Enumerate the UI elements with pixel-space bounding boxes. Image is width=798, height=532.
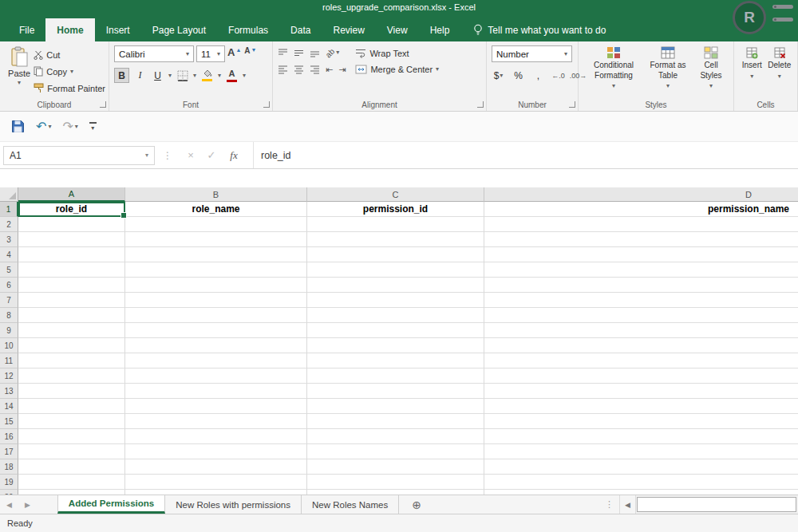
row-header-17[interactable]: 17 [0, 444, 18, 459]
dialog-launcher-icon[interactable] [477, 101, 484, 108]
conditional-formatting-button[interactable]: Conditional Formatting ▾ [584, 45, 643, 89]
cell-A9[interactable] [18, 323, 125, 338]
cell-C4[interactable] [307, 247, 484, 262]
formula-bar-handle-icon[interactable]: ⋮ [155, 150, 180, 161]
row-header-2[interactable]: 2 [0, 217, 18, 232]
cell-C20[interactable] [307, 490, 484, 495]
cell-C12[interactable] [307, 368, 484, 384]
comma-style-button[interactable]: , [531, 68, 545, 83]
cell-D11[interactable] [484, 353, 798, 368]
cell-A5[interactable] [18, 262, 125, 278]
recorder-logo-icon[interactable]: R [733, 1, 766, 34]
cell-D1[interactable]: permission_name [484, 202, 798, 217]
row-header-15[interactable]: 15 [0, 414, 18, 429]
cell-C1[interactable]: permission_id [307, 202, 484, 217]
cell-C13[interactable] [307, 384, 484, 399]
cell-B14[interactable] [125, 399, 307, 414]
cell-A19[interactable] [18, 475, 125, 490]
tab-insert[interactable]: Insert [95, 18, 141, 41]
tab-home[interactable]: Home [45, 18, 94, 41]
cell-B2[interactable] [125, 217, 307, 232]
cell-B20[interactable] [125, 490, 307, 495]
tab-view[interactable]: View [376, 18, 419, 41]
row-header-10[interactable]: 10 [0, 338, 18, 353]
cell-B12[interactable] [125, 368, 307, 384]
hscroll-left-icon[interactable]: ◀ [619, 495, 635, 514]
row-header-19[interactable]: 19 [0, 475, 18, 490]
number-format-select[interactable]: Number ▾ [492, 45, 572, 62]
cell-D19[interactable] [484, 475, 798, 490]
align-center-button[interactable] [294, 65, 304, 75]
dialog-launcher-icon[interactable] [263, 101, 270, 108]
cell-A7[interactable] [18, 293, 125, 308]
name-box[interactable]: A1 ▾ [3, 146, 155, 165]
dialog-launcher-icon[interactable] [100, 101, 106, 108]
row-header-7[interactable]: 7 [0, 293, 18, 308]
cell-D4[interactable] [484, 247, 798, 262]
bold-button[interactable]: B [114, 68, 129, 83]
column-header-B[interactable]: B [125, 187, 307, 202]
cell-B11[interactable] [125, 353, 307, 368]
row-header-1[interactable]: 1 [0, 202, 18, 217]
sheet-tab-new-roles-names[interactable]: New Roles Names [302, 495, 399, 514]
align-middle-button[interactable] [294, 48, 304, 57]
format-painter-button[interactable]: Format Painter [34, 81, 105, 95]
copy-button[interactable]: Copy ▾ [34, 65, 105, 78]
formula-input[interactable]: role_id [261, 150, 291, 161]
tab-data[interactable]: Data [279, 18, 322, 41]
cut-button[interactable]: Cut [34, 48, 105, 61]
row-header-3[interactable]: 3 [0, 232, 18, 247]
delete-cells-button[interactable]: Delete ▾ [768, 45, 791, 80]
italic-button[interactable]: I [133, 68, 147, 83]
row-header-11[interactable]: 11 [0, 353, 18, 368]
row-header-12[interactable]: 12 [0, 368, 18, 384]
cell-C17[interactable] [307, 444, 484, 459]
cell-A13[interactable] [18, 384, 125, 399]
paste-button[interactable]: Paste ▾ [5, 45, 34, 97]
cell-A10[interactable] [18, 338, 125, 353]
cell-D6[interactable] [484, 278, 798, 293]
cell-D16[interactable] [484, 429, 798, 444]
cell-C5[interactable] [307, 262, 484, 278]
accounting-format-button[interactable]: $ ▾ [492, 68, 505, 83]
insert-cells-button[interactable]: Insert ▾ [742, 45, 762, 80]
cell-A2[interactable] [18, 217, 125, 232]
row-header-16[interactable]: 16 [0, 429, 18, 444]
sheet-tab-added-permissions[interactable]: Added Permissions [57, 495, 165, 514]
decrease-font-size-button[interactable]: A▼ [243, 46, 257, 61]
tab-review[interactable]: Review [322, 18, 375, 41]
align-right-button[interactable] [310, 65, 320, 75]
cell-D18[interactable] [484, 459, 798, 475]
row-header-4[interactable]: 4 [0, 247, 18, 262]
new-sheet-button[interactable]: ⊕ [412, 495, 421, 514]
cell-A20[interactable] [18, 490, 125, 495]
horizontal-scrollbar-thumb[interactable] [637, 497, 796, 512]
cell-C9[interactable] [307, 323, 484, 338]
cell-D3[interactable] [484, 232, 798, 247]
redo-button[interactable]: ↷ ▾ [62, 120, 77, 133]
cell-C3[interactable] [307, 232, 484, 247]
cell-C14[interactable] [307, 399, 484, 414]
cell-C11[interactable] [307, 353, 484, 368]
cell-A12[interactable] [18, 368, 125, 384]
cell-B3[interactable] [125, 232, 307, 247]
cell-B19[interactable] [125, 475, 307, 490]
format-as-table-button[interactable]: Format as Table ▾ [645, 45, 691, 89]
cell-B16[interactable] [125, 429, 307, 444]
row-header-20[interactable]: 20 [0, 490, 18, 495]
column-header-A[interactable]: A [18, 187, 125, 202]
merge-center-button[interactable]: Merge & Center ▾ [355, 65, 439, 74]
cell-D9[interactable] [484, 323, 798, 338]
cell-B7[interactable] [125, 293, 307, 308]
row-header-5[interactable]: 5 [0, 262, 18, 278]
cell-D15[interactable] [484, 414, 798, 429]
cell-B8[interactable] [125, 308, 307, 323]
row-header-18[interactable]: 18 [0, 459, 18, 475]
cell-B1[interactable]: role_name [125, 202, 307, 217]
font-name-select[interactable]: Calibri ▾ [114, 45, 194, 62]
cell-A11[interactable] [18, 353, 125, 368]
cell-A15[interactable] [18, 414, 125, 429]
borders-button[interactable] [176, 68, 189, 83]
row-header-13[interactable]: 13 [0, 384, 18, 399]
fill-color-button[interactable] [200, 68, 214, 83]
